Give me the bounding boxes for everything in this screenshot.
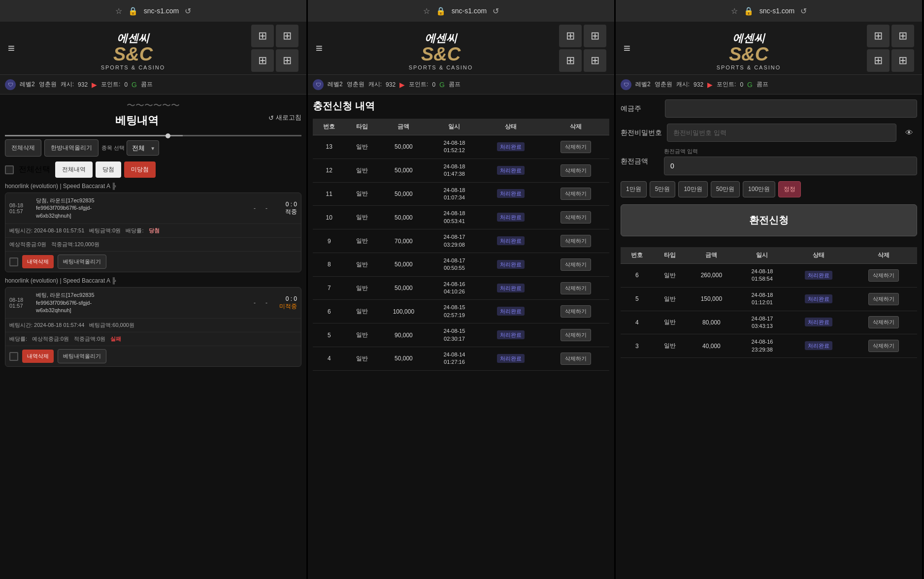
- delete-row-btn[interactable]: 삭제하기: [561, 282, 591, 294]
- grid-btn-4[interactable]: ⊞: [276, 49, 298, 72]
- quick-1만원[interactable]: 1만원: [621, 181, 647, 197]
- cell-no: 8: [313, 253, 346, 276]
- filter-all-button[interactable]: 전체내역: [55, 161, 93, 178]
- upload-history-btn-1[interactable]: 베팅내역올리기: [58, 255, 106, 269]
- lock-icon: 🔒: [128, 6, 138, 16]
- grid-btn-6[interactable]: ⊞: [584, 25, 606, 47]
- star-icon-2[interactable]: ☆: [423, 6, 430, 16]
- play-icon-3: ▶: [707, 81, 713, 89]
- reload-icon-2[interactable]: ↺: [493, 6, 499, 16]
- score-1: 0 : 0적중: [273, 201, 297, 216]
- reload-icon[interactable]: ↺: [185, 6, 191, 16]
- refresh-button[interactable]: ↺ 새로고침: [268, 113, 301, 122]
- grid-btn-12[interactable]: ⊞: [891, 49, 914, 72]
- cell-delete[interactable]: 삭제하기: [542, 323, 609, 347]
- bet-time-label-2: 베팅시간: 2024-08-18 01:57:44: [9, 322, 84, 329]
- bet-checkbox-2[interactable]: [9, 352, 18, 361]
- wh-delete-row-btn[interactable]: 삭제하기: [868, 269, 899, 282]
- delete-row-btn[interactable]: 삭제하기: [561, 235, 591, 247]
- delete-row-btn[interactable]: 삭제하기: [561, 305, 591, 318]
- wh-col-status: 상태: [788, 247, 850, 264]
- delete-row-btn[interactable]: 삭제하기: [561, 258, 591, 271]
- odds-1: 배당률:: [126, 227, 143, 234]
- grid-btn-9[interactable]: ⊞: [867, 25, 890, 47]
- grid-btn-10[interactable]: ⊞: [891, 25, 914, 47]
- logo-subtitle: SPORTS & CASINO: [101, 64, 165, 70]
- col-delete: 삭제: [542, 119, 609, 135]
- category-select[interactable]: 전체 축구 농구 야구: [127, 140, 159, 156]
- grid-btn-1[interactable]: ⊞: [251, 25, 274, 47]
- quick-10만원[interactable]: 10만원: [678, 181, 707, 197]
- cell-delete[interactable]: 삭제하기: [542, 135, 609, 159]
- cell-delete[interactable]: 삭제하기: [542, 159, 609, 182]
- wh-cell-delete[interactable]: 삭제하기: [850, 334, 917, 358]
- quick-50만원[interactable]: 50만원: [711, 181, 740, 197]
- wh-cell-amount: 260,000: [686, 264, 736, 288]
- grid-btn-11[interactable]: ⊞: [867, 49, 890, 72]
- select-all-checkbox[interactable]: [5, 165, 14, 174]
- upload-button[interactable]: 한방내역올리기: [44, 139, 99, 157]
- select-label: 종목 선택: [101, 144, 125, 152]
- cell-delete[interactable]: 삭제하기: [542, 347, 609, 371]
- hamburger-icon-3[interactable]: ≡: [624, 41, 630, 55]
- wh-cell-delete[interactable]: 삭제하기: [850, 264, 917, 288]
- bet-desc-2: 베팅, 라운드[17ec92835fe9963f709b67f6-sfgjd-w…: [36, 291, 248, 314]
- wh-delete-row-btn[interactable]: 삭제하기: [868, 316, 899, 328]
- logo-main: 에센씨S&C: [101, 26, 165, 64]
- slider-bar[interactable]: [5, 135, 301, 136]
- wh-cell-no: 5: [621, 287, 654, 311]
- delete-row-btn[interactable]: 삭제하기: [561, 353, 591, 365]
- reload-icon-3[interactable]: ↺: [800, 6, 807, 16]
- cell-delete[interactable]: 삭제하기: [542, 300, 609, 323]
- hamburger-icon[interactable]: ≡: [8, 41, 15, 55]
- bet-checkbox-1[interactable]: [9, 257, 18, 266]
- cell-delete[interactable]: 삭제하기: [542, 229, 609, 253]
- wh-cell-status: 처리완료: [788, 334, 850, 358]
- url-1: snc-s1.com: [144, 7, 179, 15]
- star-icon[interactable]: ☆: [115, 6, 122, 16]
- grid-btn-2[interactable]: ⊞: [276, 25, 298, 47]
- delete-history-btn-1[interactable]: 내역삭제: [22, 255, 54, 268]
- delete-row-btn[interactable]: 삭제하기: [561, 188, 591, 200]
- select-all-label: 전체선택: [19, 164, 50, 175]
- grid-btn-7[interactable]: ⊞: [559, 49, 582, 72]
- wh-cell-delete[interactable]: 삭제하기: [850, 311, 917, 334]
- grid-btn-5[interactable]: ⊞: [559, 25, 582, 47]
- delete-row-btn[interactable]: 삭제하기: [561, 329, 591, 341]
- quick-reset[interactable]: 정정: [778, 181, 801, 197]
- cell-delete[interactable]: 삭제하기: [542, 276, 609, 300]
- hamburger-icon-2[interactable]: ≡: [316, 41, 323, 55]
- cell-delete[interactable]: 삭제하기: [542, 182, 609, 206]
- user-name-1: 영춘원: [39, 80, 57, 89]
- table-row: 6 일반 100,000 24-08-1502:57:19 처리완료 삭제하기: [313, 300, 609, 323]
- grid-btn-3[interactable]: ⊞: [251, 49, 274, 72]
- depositor-input[interactable]: [665, 99, 917, 118]
- wh-delete-row-btn[interactable]: 삭제하기: [868, 340, 899, 352]
- delete-all-button[interactable]: 전체삭제: [5, 139, 41, 157]
- filter-win-button[interactable]: 당첨: [96, 161, 121, 178]
- pw-input[interactable]: [667, 124, 896, 142]
- delete-row-btn[interactable]: 삭제하기: [561, 164, 591, 177]
- table-row: 11 일반 50,000 24-08-1801:07:34 처리완료 삭제하기: [313, 182, 609, 206]
- star-icon-3[interactable]: ☆: [731, 6, 738, 16]
- cell-status: 처리완료: [480, 300, 542, 323]
- wh-delete-row-btn[interactable]: 삭제하기: [868, 293, 899, 305]
- quick-5만원[interactable]: 5만원: [650, 181, 676, 197]
- eye-icon[interactable]: 👁: [901, 125, 917, 141]
- wh-cell-delete[interactable]: 삭제하기: [850, 287, 917, 311]
- level-label-3: 레벨2: [635, 80, 651, 89]
- withdrawal-submit-btn[interactable]: 환전신청: [621, 204, 917, 236]
- col-type: 타입: [346, 119, 379, 135]
- delete-row-btn[interactable]: 삭제하기: [561, 211, 591, 224]
- delete-row-btn[interactable]: 삭제하기: [561, 141, 591, 153]
- quick-100만원[interactable]: 100만원: [743, 181, 775, 197]
- odds-2: 배당률:: [9, 335, 27, 343]
- cell-delete[interactable]: 삭제하기: [542, 253, 609, 276]
- cell-amount: 50,000: [378, 206, 429, 229]
- cell-delete[interactable]: 삭제하기: [542, 206, 609, 229]
- amount-input[interactable]: [664, 157, 917, 175]
- grid-btn-8[interactable]: ⊞: [584, 49, 606, 72]
- filter-lose-button[interactable]: 미당첨: [124, 161, 156, 178]
- upload-history-btn-2[interactable]: 베팅내역올리기: [58, 349, 106, 363]
- delete-history-btn-2[interactable]: 내역삭제: [22, 350, 54, 363]
